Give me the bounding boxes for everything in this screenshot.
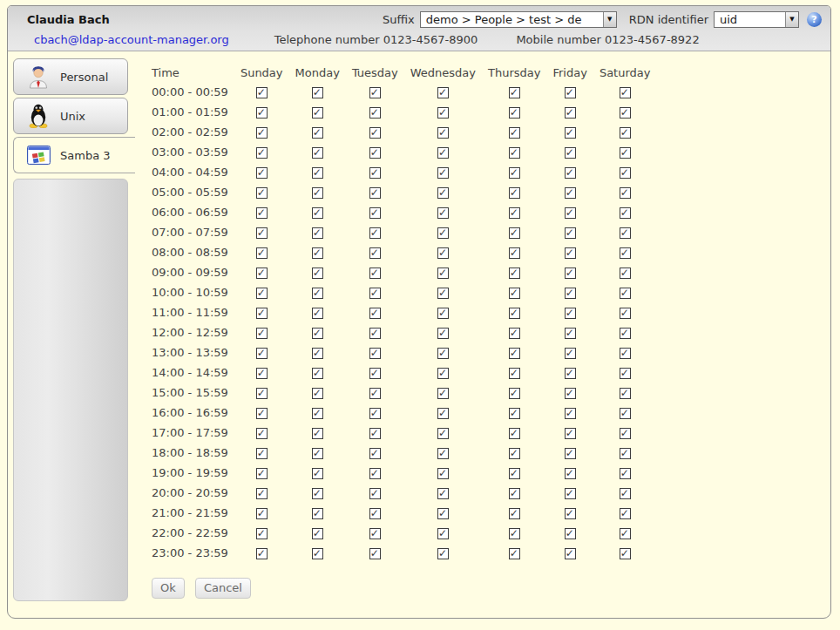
logon-hour-checkbox[interactable] xyxy=(437,207,449,219)
logon-hour-checkbox[interactable] xyxy=(312,87,323,98)
logon-hour-checkbox[interactable] xyxy=(369,508,381,519)
logon-hour-checkbox[interactable] xyxy=(620,528,631,539)
logon-hour-checkbox[interactable] xyxy=(509,127,520,139)
logon-hour-checkbox[interactable] xyxy=(565,247,576,259)
logon-hour-checkbox[interactable] xyxy=(437,388,449,399)
logon-hour-checkbox[interactable] xyxy=(565,368,576,379)
logon-hour-checkbox[interactable] xyxy=(437,308,449,319)
logon-hour-checkbox[interactable] xyxy=(312,328,323,339)
logon-hour-checkbox[interactable] xyxy=(509,268,520,279)
logon-hour-checkbox[interactable] xyxy=(369,468,381,479)
logon-hour-checkbox[interactable] xyxy=(312,127,323,139)
logon-hour-checkbox[interactable] xyxy=(509,408,520,419)
logon-hour-checkbox[interactable] xyxy=(369,227,381,239)
logon-hour-checkbox[interactable] xyxy=(369,528,381,539)
logon-hour-checkbox[interactable] xyxy=(369,488,381,499)
logon-hour-checkbox[interactable] xyxy=(565,187,576,199)
logon-hour-checkbox[interactable] xyxy=(369,127,381,139)
logon-hour-checkbox[interactable] xyxy=(312,107,323,119)
logon-hour-checkbox[interactable] xyxy=(509,147,520,159)
suffix-select[interactable]: demo > People > test > de ▼ xyxy=(420,11,617,28)
logon-hour-checkbox[interactable] xyxy=(256,348,268,359)
logon-hour-checkbox[interactable] xyxy=(509,508,520,519)
logon-hour-checkbox[interactable] xyxy=(620,288,631,299)
logon-hour-checkbox[interactable] xyxy=(437,348,449,359)
logon-hour-checkbox[interactable] xyxy=(312,187,323,199)
logon-hour-checkbox[interactable] xyxy=(565,508,576,519)
logon-hour-checkbox[interactable] xyxy=(312,408,323,419)
logon-hour-checkbox[interactable] xyxy=(565,167,576,179)
logon-hour-checkbox[interactable] xyxy=(620,207,631,219)
logon-hour-checkbox[interactable] xyxy=(256,408,268,419)
logon-hour-checkbox[interactable] xyxy=(620,548,631,559)
tab-samba3[interactable]: Samba 3 xyxy=(13,137,135,173)
logon-hour-checkbox[interactable] xyxy=(437,147,449,159)
logon-hour-checkbox[interactable] xyxy=(437,328,449,339)
logon-hour-checkbox[interactable] xyxy=(256,288,268,299)
logon-hour-checkbox[interactable] xyxy=(369,368,381,379)
logon-hour-checkbox[interactable] xyxy=(565,147,576,159)
logon-hour-checkbox[interactable] xyxy=(437,187,449,199)
logon-hour-checkbox[interactable] xyxy=(509,328,520,339)
logon-hour-checkbox[interactable] xyxy=(509,548,520,559)
logon-hour-checkbox[interactable] xyxy=(369,388,381,399)
logon-hour-checkbox[interactable] xyxy=(369,328,381,339)
logon-hour-checkbox[interactable] xyxy=(565,308,576,319)
logon-hour-checkbox[interactable] xyxy=(437,408,449,419)
logon-hour-checkbox[interactable] xyxy=(620,187,631,199)
logon-hour-checkbox[interactable] xyxy=(565,448,576,459)
logon-hour-checkbox[interactable] xyxy=(312,247,323,259)
logon-hour-checkbox[interactable] xyxy=(256,548,268,559)
logon-hour-checkbox[interactable] xyxy=(565,488,576,499)
logon-hour-checkbox[interactable] xyxy=(620,508,631,519)
logon-hour-checkbox[interactable] xyxy=(509,348,520,359)
logon-hour-checkbox[interactable] xyxy=(256,528,268,539)
logon-hour-checkbox[interactable] xyxy=(565,528,576,539)
logon-hour-checkbox[interactable] xyxy=(256,227,268,239)
logon-hour-checkbox[interactable] xyxy=(620,408,631,419)
logon-hour-checkbox[interactable] xyxy=(565,207,576,219)
logon-hour-checkbox[interactable] xyxy=(369,147,381,159)
logon-hour-checkbox[interactable] xyxy=(312,227,323,239)
logon-hour-checkbox[interactable] xyxy=(312,268,323,279)
logon-hour-checkbox[interactable] xyxy=(565,227,576,239)
tab-unix[interactable]: Unix xyxy=(13,98,128,134)
logon-hour-checkbox[interactable] xyxy=(437,548,449,559)
logon-hour-checkbox[interactable] xyxy=(565,468,576,479)
logon-hour-checkbox[interactable] xyxy=(312,147,323,159)
logon-hour-checkbox[interactable] xyxy=(437,107,449,119)
email-link[interactable]: cbach@ldap-account-manager.org xyxy=(34,33,229,46)
logon-hour-checkbox[interactable] xyxy=(620,448,631,459)
logon-hour-checkbox[interactable] xyxy=(620,428,631,439)
logon-hour-checkbox[interactable] xyxy=(565,107,576,119)
cancel-button[interactable]: Cancel xyxy=(195,578,251,599)
logon-hour-checkbox[interactable] xyxy=(620,227,631,239)
logon-hour-checkbox[interactable] xyxy=(312,528,323,539)
logon-hour-checkbox[interactable] xyxy=(509,107,520,119)
logon-hour-checkbox[interactable] xyxy=(565,408,576,419)
logon-hour-checkbox[interactable] xyxy=(565,268,576,279)
logon-hour-checkbox[interactable] xyxy=(312,288,323,299)
logon-hour-checkbox[interactable] xyxy=(369,408,381,419)
logon-hour-checkbox[interactable] xyxy=(565,328,576,339)
logon-hour-checkbox[interactable] xyxy=(620,488,631,499)
logon-hour-checkbox[interactable] xyxy=(509,528,520,539)
logon-hour-checkbox[interactable] xyxy=(256,328,268,339)
logon-hour-checkbox[interactable] xyxy=(256,388,268,399)
logon-hour-checkbox[interactable] xyxy=(620,468,631,479)
logon-hour-checkbox[interactable] xyxy=(437,528,449,539)
logon-hour-checkbox[interactable] xyxy=(256,468,268,479)
logon-hour-checkbox[interactable] xyxy=(256,107,268,119)
logon-hour-checkbox[interactable] xyxy=(256,428,268,439)
logon-hour-checkbox[interactable] xyxy=(509,448,520,459)
logon-hour-checkbox[interactable] xyxy=(565,388,576,399)
logon-hour-checkbox[interactable] xyxy=(509,187,520,199)
help-icon[interactable]: ? xyxy=(807,12,822,27)
logon-hour-checkbox[interactable] xyxy=(437,227,449,239)
logon-hour-checkbox[interactable] xyxy=(509,488,520,499)
chevron-down-icon[interactable]: ▼ xyxy=(785,12,798,27)
logon-hour-checkbox[interactable] xyxy=(565,87,576,98)
logon-hour-checkbox[interactable] xyxy=(509,167,520,179)
logon-hour-checkbox[interactable] xyxy=(437,488,449,499)
logon-hour-checkbox[interactable] xyxy=(312,448,323,459)
